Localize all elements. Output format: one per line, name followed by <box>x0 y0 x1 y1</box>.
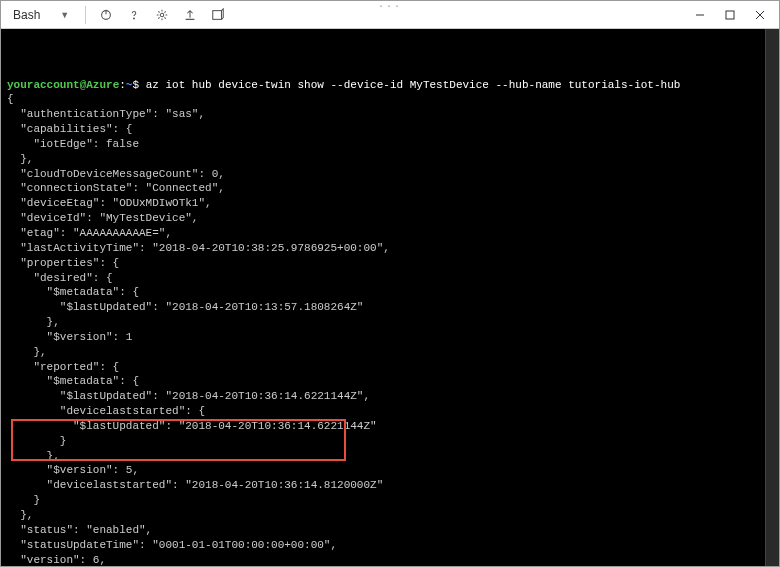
close-button[interactable] <box>745 3 775 27</box>
divider <box>85 6 86 24</box>
upload-icon[interactable] <box>178 3 202 27</box>
chevron-down-icon: ▼ <box>60 10 69 20</box>
svg-point-3 <box>161 13 165 17</box>
maximize-button[interactable] <box>715 3 745 27</box>
help-icon[interactable] <box>122 3 146 27</box>
drag-handle: ... <box>378 0 402 10</box>
terminal-content: youraccount@Azure:~$ az iot hub device-t… <box>7 78 773 566</box>
shell-selector[interactable]: Bash ▼ <box>5 6 77 24</box>
titlebar-left: Bash ▼ <box>5 3 230 27</box>
terminal-window: ... Bash ▼ <box>0 0 780 567</box>
scrollbar[interactable] <box>765 29 779 566</box>
terminal-body[interactable]: youraccount@Azure:~$ az iot hub device-t… <box>1 29 779 566</box>
svg-rect-4 <box>213 10 222 19</box>
minimize-button[interactable] <box>685 3 715 27</box>
svg-rect-6 <box>726 11 734 19</box>
new-session-icon[interactable] <box>206 3 230 27</box>
svg-point-2 <box>134 18 135 19</box>
shell-name: Bash <box>13 8 40 22</box>
window-controls <box>685 3 775 27</box>
restart-icon[interactable] <box>94 3 118 27</box>
settings-icon[interactable] <box>150 3 174 27</box>
